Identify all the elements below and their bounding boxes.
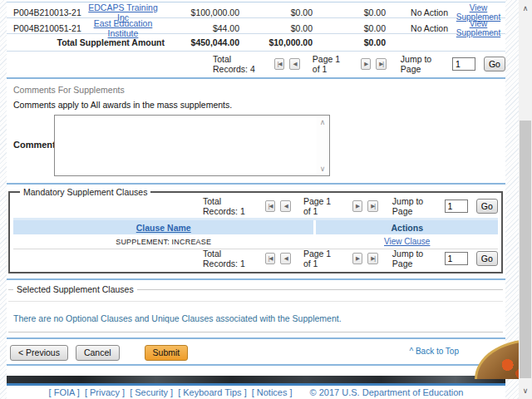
clause-row: SUPPLEMENT: INCREASE View Clause: [13, 234, 498, 249]
amount-2: $0.00: [241, 7, 314, 17]
award-number: P004B210013-21: [7, 7, 81, 17]
actions-column-header: Actions: [316, 220, 498, 234]
supplement-amount: $100,000.00: [165, 7, 241, 17]
pagination-clauses-top: Total Records: 1 |◀ ◀ Page 1 of 1 ▶ ▶| J…: [13, 198, 498, 214]
mandatory-clauses-legend: Mandatory Supplement Clauses: [20, 187, 150, 197]
first-page-button[interactable]: |◀: [265, 253, 276, 264]
footer-link-security[interactable]: [ Security ]: [130, 387, 173, 397]
no-clauses-message: There are no Optional Clauses and Unique…: [8, 301, 503, 332]
footer-link-keyboard-tips[interactable]: [ Keyboard Tips ]: [178, 387, 247, 397]
page-info: Page 1 of 1: [313, 54, 348, 74]
footer-copyright: © 2017 U.S. Department of Education: [310, 387, 464, 397]
clause-name-column-sort[interactable]: Clause Name: [136, 223, 191, 233]
prev-page-button[interactable]: ◀: [280, 253, 291, 264]
section-divider: [7, 77, 505, 79]
amount-2: $0.00: [241, 23, 314, 33]
comments-note: Comments apply to All awards in the mass…: [13, 100, 505, 110]
total-label: Total Supplement Amount: [7, 37, 165, 47]
page-info: Page 1 of 1: [303, 249, 340, 268]
vertical-scrollbar[interactable]: ∧ ∨: [519, 0, 532, 399]
action-status: No Action: [387, 7, 451, 17]
comments-box: ∧ ∨: [54, 115, 330, 176]
scrollbar-down-icon[interactable]: ∨: [519, 384, 532, 397]
total-records-label: Total Records: 4: [213, 54, 264, 74]
first-page-button[interactable]: |◀: [265, 200, 276, 212]
go-button[interactable]: Go: [476, 199, 498, 214]
last-page-button[interactable]: ▶|: [376, 58, 386, 70]
content-area: P004B210013-21 EDCAPS Training Inc $100,…: [7, 0, 505, 399]
scrollbar-up-icon[interactable]: ∧: [519, 2, 532, 15]
clause-name: SUPPLEMENT: INCREASE: [13, 234, 313, 249]
total-row: Total Supplement Amount $450,044.00 $10,…: [7, 34, 505, 52]
mandatory-clauses-fieldset: Mandatory Supplement Clauses Total Recor…: [8, 187, 503, 273]
previous-button[interactable]: < Previous: [10, 345, 68, 361]
selected-clauses-legend: Selected Supplement Clauses: [13, 284, 137, 294]
prev-page-button[interactable]: ◀: [289, 58, 299, 70]
jump-to-page-label: Jump to Page: [401, 54, 444, 74]
view-clause-link[interactable]: View Clause: [384, 237, 430, 246]
footer-blue-rule: [7, 383, 505, 386]
table-row: P004B210013-21 EDCAPS Training Inc $100,…: [7, 2, 505, 18]
prev-page-button[interactable]: ◀: [280, 200, 291, 212]
next-page-button[interactable]: ▶: [361, 58, 371, 70]
selected-clauses-fieldset: Selected Supplement Clauses There are no…: [8, 284, 503, 332]
jump-to-page-input[interactable]: [445, 200, 468, 213]
total-amount-1: $450,044.00: [165, 37, 241, 47]
next-page-button[interactable]: ▶: [352, 253, 363, 264]
last-page-button[interactable]: ▶|: [367, 253, 378, 264]
back-to-top-link[interactable]: ^ Back to Top: [409, 347, 459, 356]
jump-to-page-label: Jump to Page: [392, 249, 436, 268]
view-supplement-link[interactable]: View Supplement: [456, 19, 500, 37]
pagination-clauses-bottom: Total Records: 1 |◀ ◀ Page 1 of 1 ▶ ▶| J…: [13, 250, 498, 267]
footer-link-notices[interactable]: [ Notices ]: [252, 387, 293, 397]
action-status: No Action: [387, 23, 451, 33]
grantee-link[interactable]: East Education Institute: [94, 18, 153, 38]
clause-table-header: Clause Name Actions: [13, 218, 498, 234]
first-page-button[interactable]: |◀: [274, 58, 284, 70]
comments-row: Comments ∧ ∨: [7, 113, 505, 178]
scroll-up-icon[interactable]: ∧: [317, 116, 328, 128]
total-records-label: Total Records: 1: [203, 249, 254, 268]
go-button[interactable]: Go: [476, 251, 498, 266]
supplement-amount: $44.00: [165, 23, 241, 33]
footer: [ FOIA ][ Privacy ][ Security ][ Keyboar…: [7, 387, 505, 397]
section-divider: [7, 183, 505, 185]
section-divider: [7, 337, 505, 339]
comments-textarea[interactable]: [55, 116, 329, 175]
cancel-button[interactable]: Cancel: [76, 345, 120, 361]
jump-to-page-input[interactable]: [452, 57, 475, 71]
jump-to-page-label: Jump to Page: [392, 196, 436, 216]
table-row: P004B210051-21 East Education Institute …: [7, 18, 505, 34]
total-amount-2: $10,000.00: [241, 37, 314, 47]
total-amount-3: $0.00: [314, 37, 387, 47]
scrollbar-thumb[interactable]: [520, 121, 531, 378]
section-divider: [7, 364, 505, 366]
go-button[interactable]: Go: [484, 57, 505, 71]
award-number: P004B210051-21: [7, 23, 81, 33]
jump-to-page-input[interactable]: [445, 252, 468, 265]
footer-photo-strip: [7, 376, 505, 383]
supplements-table: P004B210013-21 EDCAPS Training Inc $100,…: [7, 2, 505, 52]
next-page-button[interactable]: ▶: [352, 200, 363, 212]
pagination-supplements: Total Records: 4 |◀ ◀ Page 1 of 1 ▶ ▶| J…: [7, 56, 505, 72]
footer-link-foia[interactable]: [ FOIA ]: [49, 387, 80, 397]
footer-link-privacy[interactable]: [ Privacy ]: [85, 387, 125, 397]
page-info: Page 1 of 1: [303, 196, 340, 216]
submit-button[interactable]: Submit: [145, 345, 189, 361]
amount-3: $0.00: [314, 7, 387, 17]
amount-3: $0.00: [314, 23, 387, 33]
scroll-down-icon[interactable]: ∨: [317, 163, 328, 175]
textarea-scrollbar: ∧ ∨: [317, 116, 328, 175]
last-page-button[interactable]: ▶|: [367, 200, 378, 212]
section-divider: [7, 278, 505, 280]
total-records-label: Total Records: 1: [203, 196, 254, 216]
comments-section-heading: Comments For Supplements: [13, 85, 505, 95]
